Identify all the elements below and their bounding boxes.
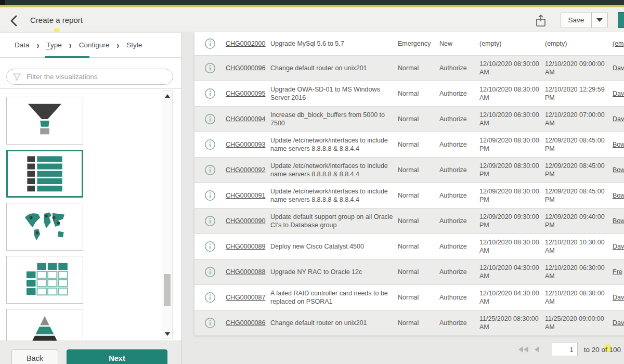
wizard-step-style[interactable]: Style — [126, 41, 142, 49]
planned-end-date: 12/09/2020 08:45:00 PM — [545, 162, 613, 179]
partial-primary-button[interactable] — [618, 12, 624, 28]
change-state: Authorize — [439, 293, 479, 302]
click-highlight — [54, 28, 60, 32]
scroll-up-icon[interactable] — [162, 91, 172, 100]
info-icon[interactable] — [204, 113, 216, 125]
wizard-step-data[interactable]: Data — [15, 41, 30, 49]
info-icon[interactable] — [204, 164, 216, 176]
change-number-link[interactable]: CHG0000095 — [226, 89, 270, 98]
visualization-option[interactable] — [6, 309, 83, 341]
info-icon[interactable] — [204, 88, 216, 99]
assigned-to-link[interactable]: Bow — [613, 191, 624, 200]
info-icon[interactable] — [204, 215, 216, 227]
scrollbar[interactable] — [162, 90, 173, 339]
assigned-to-link[interactable]: Dav — [613, 115, 624, 123]
top-strip-corner — [0, 0, 5, 5]
save-button[interactable]: Save — [561, 12, 592, 28]
pivot-table-icon — [20, 260, 70, 300]
change-state: Authorize — [439, 166, 479, 174]
table-row: CHG0000093 Update /etc/network/interface… — [194, 132, 624, 158]
planned-start-date: 12/09/2020 08:30:00 PM — [479, 162, 545, 179]
info-icon[interactable] — [204, 266, 216, 278]
planned-end-date: 12/10/2020 12:29:59 PM — [545, 85, 613, 102]
change-number-link[interactable]: CHG0000092 — [226, 166, 270, 174]
filter-funnel-icon — [12, 72, 21, 82]
short-description: Change default router on unix201 — [270, 64, 398, 72]
planned-end-date: 12/10/2020 06:30:00 AM — [545, 264, 613, 281]
planned-start-date: 12/10/2020 08:30:00 AM — [479, 60, 545, 77]
info-icon[interactable] — [204, 139, 216, 150]
short-description: Upgrade OWA-SD-01 to MS Windows Server 2… — [270, 85, 398, 102]
assigned-to-link[interactable]: (em — [613, 40, 624, 48]
info-icon[interactable] — [204, 38, 216, 49]
planned-end-date: 12/10/2020 10:30:00 AM — [545, 238, 613, 255]
visualization-option[interactable] — [6, 150, 83, 198]
change-number-link[interactable]: CHG0000093 — [226, 140, 270, 149]
change-number-link[interactable]: CHG0000086 — [226, 319, 270, 327]
planned-end-date: 12/10/2020 07:00:00 AM — [545, 111, 613, 128]
scrollbar-thumb[interactable] — [164, 274, 171, 306]
change-number-link[interactable]: CHG0000090 — [226, 217, 270, 225]
back-arrow-icon[interactable] — [8, 15, 21, 27]
assigned-to-link[interactable]: Dav — [613, 89, 624, 98]
assigned-to-link[interactable]: Fre — [613, 268, 624, 276]
short-description: Deploy new Cisco Catalyst 4500 — [270, 242, 398, 251]
info-icon[interactable] — [204, 292, 216, 303]
page-title: Create a report — [30, 16, 83, 24]
table-row: CHG0000090 Update default support group … — [194, 209, 624, 234]
scroll-down-icon[interactable] — [162, 329, 172, 339]
info-icon[interactable] — [204, 241, 216, 252]
visualization-option[interactable] — [6, 203, 83, 251]
pyramid-chart-icon — [20, 313, 70, 341]
assigned-to-link[interactable]: Dav — [613, 319, 624, 327]
visualization-option[interactable] — [6, 97, 83, 145]
visualization-option[interactable] — [6, 256, 83, 304]
change-number-link[interactable]: CHG0000089 — [226, 242, 270, 251]
change-number-link[interactable]: CHG0000096 — [226, 64, 270, 72]
next-button[interactable]: Next — [67, 349, 167, 364]
short-description: Update /etc/network/interfaces to includ… — [270, 136, 398, 153]
funnel-chart-icon — [20, 101, 70, 140]
wizard-step-type[interactable]: Type — [47, 41, 62, 49]
change-number-link[interactable]: CHG0000094 — [226, 115, 270, 123]
planned-start-date: 12/10/2020 08:30:00 AM — [479, 238, 545, 255]
short-description: Upgrade NY RAC to Oracle 12c — [270, 268, 398, 276]
table-row: CHG0000089 Deploy new Cisco Catalyst 450… — [194, 234, 624, 259]
assigned-to-link[interactable]: Bow — [613, 166, 624, 174]
assigned-to-link[interactable]: Bow — [613, 217, 624, 225]
chevron-down-icon — [596, 18, 603, 22]
wizard-step-configure[interactable]: Configure — [79, 41, 110, 49]
planned-start-date: 12/10/2020 08:30:00 AM — [479, 85, 545, 102]
change-type: Normal — [398, 89, 439, 98]
planned-start-date: 12/10/2020 06:30:00 AM — [479, 111, 545, 128]
save-dropdown-button[interactable] — [592, 12, 608, 28]
info-icon[interactable] — [204, 317, 216, 329]
change-type: Normal — [398, 115, 439, 123]
info-icon[interactable] — [204, 62, 216, 74]
back-button[interactable]: Back — [11, 349, 58, 364]
first-page-button[interactable] — [518, 346, 528, 353]
assigned-to-link[interactable]: Dav — [613, 242, 624, 251]
table-row: CHG0000095 Upgrade OWA-SD-01 to MS Windo… — [194, 81, 624, 107]
change-number-link[interactable]: CHG0000091 — [226, 191, 270, 200]
change-number-link[interactable]: CHG0002000 — [226, 40, 270, 48]
change-number-link[interactable]: CHG0000087 — [226, 293, 270, 302]
page-number-input[interactable] — [552, 343, 578, 356]
change-type: Normal — [398, 242, 439, 251]
filter-input[interactable] — [21, 73, 173, 81]
change-type: Normal — [398, 166, 439, 174]
planned-start-date: 12/10/2020 04:30:00 AM — [479, 264, 545, 281]
share-icon[interactable] — [535, 14, 547, 28]
previous-page-button[interactable] — [535, 346, 539, 353]
assigned-to-link[interactable]: Bow — [613, 140, 624, 149]
assigned-to-link[interactable]: Dav — [613, 64, 624, 72]
table-row: CHG0000092 Update /etc/network/interface… — [194, 158, 624, 183]
report-preview-table: CHG0002000 Upgrade MySql 5.6 to 5.7 Emer… — [194, 32, 624, 336]
assigned-to-link[interactable]: Dav — [613, 293, 624, 302]
info-icon[interactable] — [204, 190, 216, 201]
short-description: Update /etc/network/interfaces to includ… — [270, 162, 398, 179]
table-row: CHG0000087 A failed RAID controller card… — [194, 285, 624, 310]
wizard-footer: Back Next — [0, 341, 182, 364]
planned-start-date: 11/25/2020 08:30:00 AM — [479, 315, 545, 332]
change-number-link[interactable]: CHG0000088 — [226, 268, 270, 276]
